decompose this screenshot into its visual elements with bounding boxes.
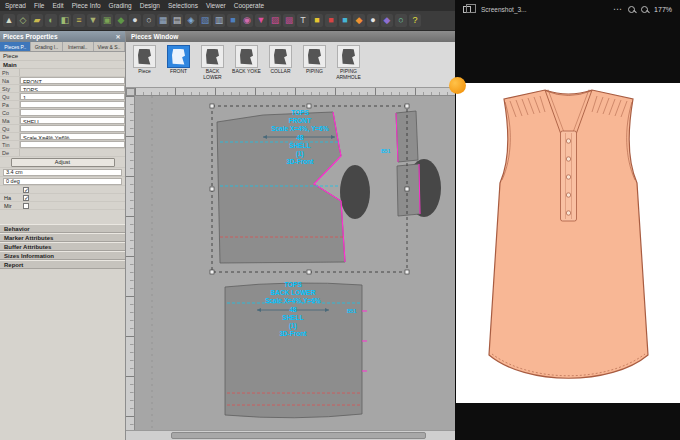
menu-item[interactable]: Spread [5,2,26,9]
property-value-field[interactable]: 1 [20,93,125,100]
toolbar-icon[interactable]: ▰ [31,14,43,27]
menu-item[interactable]: Edit [52,2,63,9]
panel-tab[interactable]: Pieces P.. [0,42,31,51]
property-row: Na FRONT [0,77,125,85]
pattern-canvas[interactable]: TOPSFRONTScale X=4%, Y=6%48SHELL(1)3D-Fr… [135,96,455,430]
property-value-field[interactable] [20,69,125,76]
horizontal-scrollbar[interactable] [126,430,455,440]
property-value-field[interactable]: SHELL [20,117,125,124]
menu-item[interactable]: Piece Info [72,2,101,9]
adjust-button[interactable]: Adjust [11,158,115,167]
toolbar-icon[interactable]: ◆ [115,14,127,27]
toolbar-icon[interactable]: ▼ [87,14,99,27]
toolbar-icon[interactable]: ◈ [185,14,197,27]
piece-thumbnail[interactable]: COLLAR [264,45,297,75]
annotation-line: BACK LOWER [233,289,353,297]
piece-thumbnail-box [235,45,258,68]
close-icon[interactable]: ✕ [114,33,122,40]
toolbar-icon[interactable]: T [297,14,309,27]
section-header[interactable]: Behavior [0,224,125,233]
checkbox[interactable] [23,187,29,193]
vertical-ruler [126,96,135,430]
toolbar-icon[interactable]: ● [129,14,141,27]
property-row: Ma SHELL [0,117,125,125]
main-section-label: Main [0,61,125,69]
measure-field[interactable]: 3.4 cm [3,169,122,176]
property-value-field[interactable]: FRONT [20,77,125,84]
piece-thumbnail[interactable]: BACK YOKE [230,45,263,75]
piece-thumbnail-label: FRONT [170,69,187,75]
dark-piece-left[interactable] [340,165,370,219]
toolbar-icon[interactable]: ▦ [157,14,169,27]
checkbox[interactable] [23,203,29,209]
toolbar-icon[interactable]: ≡ [73,14,85,27]
toolbar-icon[interactable]: ◉ [241,14,253,27]
viewer-filename: Screenshot_3... [481,6,527,13]
toolbar-icon[interactable]: ? [409,14,421,27]
piece-thumbnail[interactable]: PIPING ARMHOLE [332,45,365,80]
property-value-field[interactable] [20,109,125,116]
angle-field[interactable]: 0 deg [3,178,122,185]
property-value-field[interactable] [20,141,125,148]
scrollbar-thumb[interactable] [171,432,426,439]
menu-item[interactable]: Viewer [206,2,226,9]
annotation-line: Scale X=4%, Y=6% [240,125,360,133]
property-value-field[interactable] [20,125,125,132]
toolbar-icon[interactable]: ■ [339,14,351,27]
toolbar-icon[interactable]: ▥ [213,14,225,27]
menu-item[interactable]: Cooperate [234,2,264,9]
piece-thumbnail[interactable]: FRONT [162,45,195,75]
zoom-out-icon[interactable] [628,6,635,13]
toolbar-icon[interactable]: ○ [143,14,155,27]
toolbar-icon[interactable]: ◇ [17,14,29,27]
piece-thumbnail-label: BACK LOWER [196,69,229,80]
property-value-field[interactable] [20,101,125,108]
toolbar-icon[interactable]: ■ [311,14,323,27]
annotation-line: 48 [240,134,360,142]
toolbar-icon[interactable]: ◆ [353,14,365,27]
menu-item[interactable]: Selections [168,2,198,9]
toolbar-icon[interactable]: ▲ [3,14,15,27]
panel-tab[interactable]: View & S.. [94,42,125,51]
section-header[interactable]: Buffer Attributes [0,242,125,251]
property-value-field[interactable] [20,149,125,156]
menu-item[interactable]: File [34,2,44,9]
section-header[interactable]: Sizes Information [0,251,125,260]
panel-tab[interactable]: Internal.. [63,42,94,51]
toolbar-icon[interactable]: ○ [395,14,407,27]
section-header[interactable]: Report [0,260,125,269]
checkbox-row: Mir [0,202,125,210]
image-display-area[interactable] [456,83,680,403]
toolbar-icon[interactable]: ▼ [255,14,267,27]
yoke-strip-piece[interactable] [396,111,418,162]
section-header[interactable]: Marker Attributes [0,233,125,242]
toolbar-icon[interactable]: ■ [227,14,239,27]
toolbar-icon[interactable]: ◆ [381,14,393,27]
toolbar-icon[interactable]: ▨ [269,14,281,27]
more-options-icon[interactable]: ⋯ [613,4,622,14]
menu-item[interactable]: Grading [109,2,132,9]
property-value-field[interactable]: TOPS [20,85,125,92]
property-label: De [0,149,20,156]
ruler-corner [126,88,135,96]
piece-shape-icon [342,49,355,65]
zoom-in-icon[interactable] [641,6,648,13]
toolbar-icon[interactable]: ▩ [283,14,295,27]
toolbar-icon[interactable]: ▤ [171,14,183,27]
piece-thumbnail[interactable]: BACK LOWER [196,45,229,80]
piece-thumbnail[interactable]: Piece [128,45,161,75]
window-tabs-icon[interactable] [463,6,471,13]
checkbox[interactable] [23,195,29,201]
menu-item[interactable]: Design [140,2,160,9]
toolbar-icon[interactable]: ■ [325,14,337,27]
angle-row: 0 deg [0,177,125,186]
toolbar-icon[interactable]: ◐ [45,14,57,27]
panel-tab[interactable]: Grading I.. [31,42,62,51]
toolbar-icon[interactable]: ▣ [101,14,113,27]
property-value-field[interactable]: Scale X=4%,Y=6% [20,133,125,140]
toolbar-icon[interactable]: ▧ [199,14,211,27]
piece-thumbnail[interactable]: PIPING [298,45,331,75]
piece-thumbnail-box [337,45,360,68]
toolbar-icon[interactable]: ● [367,14,379,27]
toolbar-icon[interactable]: ◧ [59,14,71,27]
